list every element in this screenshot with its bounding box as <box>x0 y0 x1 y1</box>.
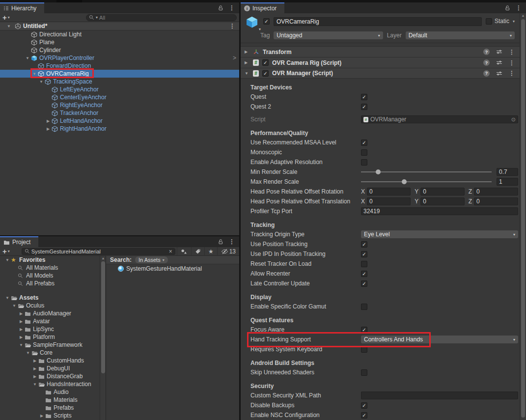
slider-value-field[interactable]: 1 <box>497 178 518 186</box>
lock-icon[interactable] <box>218 5 223 11</box>
slider-thumb[interactable] <box>402 179 407 184</box>
scene-row[interactable]: ▼ Untitled* ⋮ <box>0 22 239 30</box>
tag-dropdown[interactable]: Untagged ▾ <box>274 31 383 39</box>
slider-thumb[interactable] <box>376 169 381 174</box>
foldout-icon[interactable]: ▶ <box>31 366 38 371</box>
scene-foldout-icon[interactable]: ▼ <box>7 24 13 28</box>
presets-icon[interactable] <box>496 71 502 76</box>
hierarchy-menu-icon[interactable]: ⋮ <box>229 5 235 11</box>
foldout-icon[interactable]: ▼ <box>18 343 25 347</box>
property-checkbox[interactable]: ✓ <box>361 412 367 419</box>
project-item-debugui[interactable]: ▶DebugUI <box>0 364 100 372</box>
hierarchy-create-button[interactable]: + <box>2 14 7 21</box>
property-slider[interactable] <box>361 171 492 172</box>
project-search-input[interactable]: SystemGestureHandMaterial × <box>22 248 175 255</box>
hierarchy-item-righteyeanchor[interactable]: RightEyeAnchor <box>0 101 239 109</box>
foldout-icon[interactable]: ▶ <box>18 327 25 332</box>
foldout-icon[interactable]: ▼ <box>11 304 18 308</box>
search-result-systemgesturehandmaterial[interactable]: SystemGestureHandMaterial <box>106 264 239 273</box>
project-item-oculus[interactable]: ▼Oculus <box>0 302 100 309</box>
property-checkbox[interactable]: ✓ <box>361 104 367 110</box>
hierarchy-item-ovrcamerarig[interactable]: ▼OVRCameraRig <box>0 70 239 78</box>
property-checkbox[interactable]: ✓ <box>361 94 367 100</box>
hierarchy-item-cylinder[interactable]: Cylinder <box>0 46 239 54</box>
project-item-handsinteraction[interactable]: ▼HandsInteraction <box>0 380 100 388</box>
property-checkbox[interactable]: ✓ <box>361 140 367 146</box>
scroll-up-icon[interactable]: ▲ <box>520 14 526 17</box>
search-by-label-icon[interactable] <box>191 247 204 256</box>
property-checkbox[interactable] <box>361 304 367 310</box>
help-icon[interactable]: ? <box>483 70 490 77</box>
hierarchy-item-directional-light[interactable]: Directional Light <box>0 30 239 38</box>
property-checkbox[interactable]: ✓ <box>361 241 367 248</box>
foldout-icon[interactable]: ▼ <box>38 80 45 84</box>
component-enabled-checkbox[interactable]: ✓ <box>262 59 269 66</box>
component-menu-icon[interactable]: ⋮ <box>509 60 515 66</box>
object-picker-icon[interactable]: ⊙ <box>511 116 516 123</box>
project-menu-icon[interactable]: ⋮ <box>229 239 235 245</box>
hierarchy-item-lefteyeanchor[interactable]: LeftEyeAnchor <box>0 85 239 93</box>
project-item-all-prefabs[interactable]: All Prefabs <box>0 280 100 287</box>
static-checkbox[interactable] <box>486 18 492 25</box>
project-item-all-models[interactable]: All Models <box>0 272 100 280</box>
property-checkbox[interactable]: ✓ <box>361 271 367 277</box>
axis-x-field[interactable]: 0 <box>367 188 411 196</box>
project-create-arrow-icon[interactable]: ▾ <box>8 249 10 253</box>
property-checkbox[interactable]: ✓ <box>361 251 367 257</box>
foldout-icon[interactable]: ▶ <box>45 119 52 123</box>
project-item-lipsync[interactable]: ▶LipSync <box>0 325 100 333</box>
project-item-distancegrab[interactable]: ▶DistanceGrab <box>0 372 100 380</box>
property-text-field[interactable]: 32419 <box>361 207 518 215</box>
component-foldout-icon[interactable]: ▼ <box>245 71 249 76</box>
inspector-scrollbar[interactable]: ▲ <box>520 13 526 420</box>
component-enabled-checkbox[interactable]: ✓ <box>262 70 269 77</box>
foldout-icon[interactable]: ▶ <box>38 414 45 418</box>
presets-icon[interactable] <box>496 49 502 55</box>
project-item-scripts[interactable]: ▶Scripts <box>0 412 100 420</box>
axis-z-field[interactable]: 0 <box>474 197 518 205</box>
foldout-icon[interactable]: ▶ <box>45 127 52 131</box>
property-text-field[interactable] <box>361 392 518 399</box>
project-item-core[interactable]: ▼Core <box>0 349 100 357</box>
hierarchy-item-ovrplayercontroller[interactable]: ▼OVRPlayerController> <box>0 54 239 62</box>
property-checkbox[interactable]: ✓ <box>361 327 367 333</box>
prefab-arrow-icon[interactable]: ▾ <box>259 27 261 31</box>
foldout-icon[interactable]: ▶ <box>18 311 25 316</box>
lock-icon[interactable] <box>218 239 223 245</box>
help-icon[interactable]: ? <box>483 49 490 55</box>
foldout-icon[interactable]: ▶ <box>31 359 38 363</box>
foldout-icon[interactable]: ▼ <box>4 258 11 262</box>
axis-x-field[interactable]: 0 <box>367 197 411 205</box>
property-checkbox[interactable]: ✓ <box>361 280 367 287</box>
axis-y-field[interactable]: 0 <box>420 188 464 196</box>
hierarchy-item-centereyeanchor[interactable]: CenterEyeAnchor <box>0 93 239 101</box>
help-icon[interactable]: ? <box>483 59 490 66</box>
foldout-icon[interactable]: ▼ <box>24 56 31 60</box>
foldout-icon[interactable]: ▼ <box>25 351 31 355</box>
scene-menu-icon[interactable]: ⋮ <box>229 23 235 29</box>
favorite-search-icon[interactable]: ★ <box>204 247 217 256</box>
gameobject-prefab-icon[interactable]: ▾ <box>246 16 259 30</box>
foldout-icon[interactable]: ▼ <box>31 382 38 387</box>
property-checkbox[interactable]: ✓ <box>361 402 367 409</box>
hierarchy-item-plane[interactable]: Plane <box>0 38 239 46</box>
component-header-ovr-manager-script[interactable]: ▼#✓OVR Manager (Script)?⋮ <box>241 68 520 79</box>
project-item-platform[interactable]: ▶Platform <box>0 333 100 341</box>
hidden-packages-toggle[interactable]: 13 <box>217 247 239 256</box>
search-filter-arrow-icon[interactable]: ▾ <box>96 15 98 20</box>
project-item-audio[interactable]: Audio <box>0 388 100 396</box>
hierarchy-create-arrow-icon[interactable]: ▾ <box>8 15 10 20</box>
search-scope-dropdown[interactable]: In Assets ▾ <box>135 256 168 263</box>
tab-hierarchy[interactable]: Hierarchy <box>0 2 44 13</box>
static-flags-arrow-icon[interactable]: ▾ <box>513 19 515 24</box>
layer-dropdown[interactable]: Default ▾ <box>406 31 515 39</box>
property-dropdown[interactable]: Controllers And Hands▾ <box>361 336 518 343</box>
presets-icon[interactable] <box>496 60 502 65</box>
property-slider[interactable] <box>361 181 492 182</box>
foldout-icon[interactable]: ▶ <box>31 374 38 379</box>
foldout-icon[interactable]: ▼ <box>31 72 38 76</box>
project-item-favorites[interactable]: ▼★Favorites <box>0 256 100 264</box>
hierarchy-item-trackingspace[interactable]: ▼TrackingSpace <box>0 78 239 85</box>
project-item-prefabs[interactable]: Prefabs <box>0 404 100 412</box>
axis-z-field[interactable]: 0 <box>474 188 518 196</box>
